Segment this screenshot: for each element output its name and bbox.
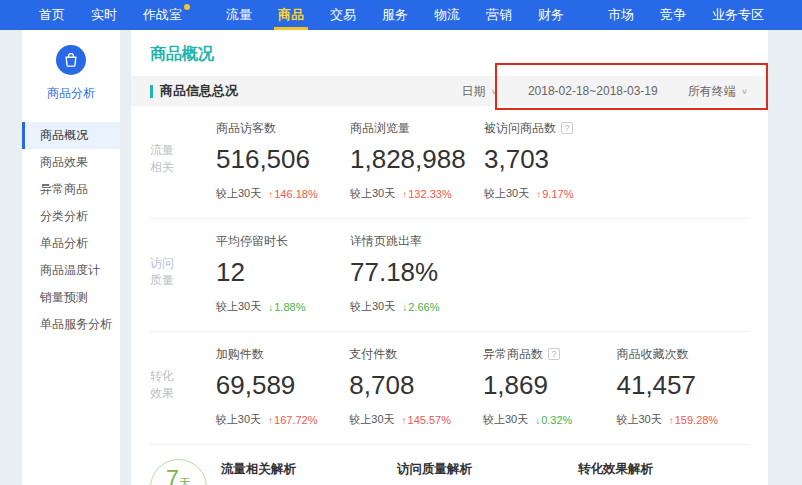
metric-value: 516,506 [216, 144, 350, 175]
page-title: 商品概况 [131, 30, 768, 76]
insight-traffic: 流量相关解析 [221, 454, 379, 485]
section-title: 商品信息总况 [160, 82, 238, 100]
filter-bar: 日期 ∨ 2018-02-18~2018-03-19 所有终端 ∨ [462, 83, 754, 100]
metric-card-pageviews: 商品浏览量 1,828,988 较上30天 ↑132.33% [350, 119, 484, 201]
metric-label: 商品浏览量 [350, 119, 484, 137]
metric-value: 8,708 [349, 370, 483, 401]
nav-item-service[interactable]: 服务 [369, 0, 421, 30]
dashboard-page: 首页 实时 作战室 流量 商品 交易 服务 物流 营销 财务 市场 竞争 业务专… [0, 0, 802, 485]
metric-delta: 较上30天 ↑159.28% [616, 412, 750, 427]
insight-conversion: 转化效果解析 加购转化率表现还不错，但支付转化率低于同行平均，赶快到异常商品并结… [578, 454, 760, 485]
chevron-down-icon: ∨ [491, 87, 498, 96]
nav-item-business-zone[interactable]: 业务专区 [699, 0, 777, 30]
terminal-dropdown[interactable]: 所有终端 ∨ [688, 83, 748, 100]
arrow-up-icon: ↑ [268, 189, 273, 200]
row-group-label: 转化效果 [150, 345, 216, 427]
nav-item-competition[interactable]: 竞争 [647, 0, 699, 30]
sidebar-item-category-analysis[interactable]: 分类分析 [22, 203, 120, 230]
metric-delta: 较上30天 ↓0.32% [483, 412, 617, 427]
metric-card-visited-items: 被访问商品数? 3,703 较上30天 ↑9.17% [484, 119, 618, 201]
metric-card-visitors: 商品访客数 516,506 较上30天 ↑146.18% [216, 119, 350, 201]
arrow-up-icon: ↑ [669, 415, 674, 426]
accent-bar [150, 85, 153, 98]
nav-item-market[interactable]: 市场 [595, 0, 647, 30]
metric-value: 1,869 [483, 370, 617, 401]
metric-value: 41,457 [616, 370, 750, 401]
date-type-dropdown[interactable]: 日期 ∨ [462, 83, 498, 100]
nav-item-logistics[interactable]: 物流 [421, 0, 473, 30]
arrow-up-icon: ↑ [536, 189, 541, 200]
metric-delta: 较上30天 ↓2.66% [350, 299, 484, 314]
metric-label: 商品收藏次数 [616, 345, 750, 363]
metric-delta: 较上30天 ↑132.33% [350, 186, 484, 201]
top-nav: 首页 实时 作战室 流量 商品 交易 服务 物流 营销 财务 市场 竞争 业务专… [0, 0, 802, 30]
metric-delta: 较上30天 ↑146.18% [216, 186, 350, 201]
metric-delta: 较上30天 ↓1.88% [216, 299, 350, 314]
sidebar: 商品分析 商品概况 商品效果 异常商品 分类分析 单品分析 商品温度计 销量预测… [22, 30, 120, 485]
nav-item-finance[interactable]: 财务 [525, 0, 577, 30]
metric-label: 异常商品数? [483, 345, 617, 363]
insight-title: 转化效果解析 [578, 454, 760, 478]
data-interpretation-badge: 7天 数据解读 [150, 459, 207, 485]
arrow-down-icon: ↓ [268, 302, 273, 313]
nav-item-trade[interactable]: 交易 [317, 0, 369, 30]
nav-item-realtime[interactable]: 实时 [78, 0, 130, 30]
metric-row-conversion: 转化效果 加购件数 69,589 较上30天 ↑167.72% 支付件数 8,7… [150, 332, 750, 445]
metric-card-bounce-rate: 详情页跳出率 77.18% 较上30天 ↓2.66% [350, 232, 484, 314]
metric-value: 12 [216, 257, 350, 288]
metric-label: 商品访客数 [216, 119, 350, 137]
chevron-down-icon: ∨ [741, 87, 748, 96]
sidebar-item-goods-effect[interactable]: 商品效果 [22, 149, 120, 176]
sidebar-group-title: 商品分析 [22, 85, 120, 102]
main-panel: 商品概况 商品信息总况 日期 ∨ 2018-02-18~2018-03-19 所… [131, 30, 768, 485]
metric-delta: 较上30天 ↑9.17% [484, 186, 618, 201]
nav-item-home[interactable]: 首页 [26, 0, 78, 30]
metric-row-visit-quality: 访问质量 平均停留时长 12 较上30天 ↓1.88% 详情页跳出率 77.18… [150, 219, 750, 332]
sidebar-menu: 商品概况 商品效果 异常商品 分类分析 单品分析 商品温度计 销量预测 单品服务… [22, 122, 120, 338]
insight-visit-quality: 访问质量解析 虽然商品详情页日均跳出率比同行平均好，但平均停留时间低于同行平均，… [397, 454, 562, 485]
nav-item-war-room[interactable]: 作战室 [130, 0, 195, 30]
metric-label: 详情页跳出率 [350, 232, 484, 250]
notification-dot [184, 4, 190, 10]
arrow-down-icon: ↓ [535, 415, 540, 426]
metric-card-abnormal-items: 异常商品数? 1,869 较上30天 ↓0.32% [483, 345, 617, 427]
insights-section: 7天 数据解读 流量相关解析 访问质量解析 虽然商品详情页日均跳出率比同行平均好… [131, 445, 768, 485]
sidebar-item-abnormal-goods[interactable]: 异常商品 [22, 176, 120, 203]
insight-title: 流量相关解析 [221, 454, 379, 478]
nav-item-data-extract[interactable]: 取数 [795, 0, 802, 30]
arrow-down-icon: ↓ [402, 302, 407, 313]
metric-label: 平均停留时长 [216, 232, 350, 250]
nav-item-marketing[interactable]: 营销 [473, 0, 525, 30]
sidebar-item-goods-thermometer[interactable]: 商品温度计 [22, 257, 120, 284]
row-group-label: 流量相关 [150, 119, 216, 201]
metric-value: 69,589 [216, 370, 350, 401]
sidebar-item-single-item-service[interactable]: 单品服务分析 [22, 311, 120, 338]
metric-card-paid-items: 支付件数 8,708 较上30天 ↑145.57% [349, 345, 483, 427]
arrow-up-icon: ↑ [402, 415, 407, 426]
sidebar-header: 商品分析 [22, 30, 120, 102]
date-range-value[interactable]: 2018-02-18~2018-03-19 [528, 84, 658, 98]
metric-card-avg-stay: 平均停留时长 12 较上30天 ↓1.88% [216, 232, 350, 314]
section-header: 商品信息总况 日期 ∨ 2018-02-18~2018-03-19 所有终端 ∨ [131, 76, 768, 106]
sidebar-item-single-item-analysis[interactable]: 单品分析 [22, 230, 120, 257]
shopping-bag-icon [56, 45, 86, 75]
sidebar-item-goods-overview[interactable]: 商品概况 [22, 122, 120, 149]
metric-label: 加购件数 [216, 345, 350, 363]
metric-card-cart-adds: 加购件数 69,589 较上30天 ↑167.72% [216, 345, 350, 427]
nav-item-goods[interactable]: 商品 [265, 0, 317, 30]
metric-card-favorites: 商品收藏次数 41,457 较上30天 ↑159.28% [616, 345, 750, 427]
help-icon[interactable]: ? [548, 348, 560, 360]
metric-value: 3,703 [484, 144, 618, 175]
metric-delta: 较上30天 ↑167.72% [216, 412, 350, 427]
nav-item-traffic[interactable]: 流量 [213, 0, 265, 30]
metric-label: 被访问商品数? [484, 119, 618, 137]
sidebar-item-sales-forecast[interactable]: 销量预测 [22, 284, 120, 311]
metric-label: 支付件数 [349, 345, 483, 363]
metric-value: 77.18% [350, 257, 484, 288]
metric-value: 1,828,988 [350, 144, 484, 175]
arrow-up-icon: ↑ [268, 415, 273, 426]
metric-row-traffic: 流量相关 商品访客数 516,506 较上30天 ↑146.18% 商品浏览量 … [150, 106, 750, 219]
arrow-up-icon: ↑ [402, 189, 407, 200]
metrics-panel: 流量相关 商品访客数 516,506 较上30天 ↑146.18% 商品浏览量 … [131, 106, 768, 445]
help-icon[interactable]: ? [561, 122, 573, 134]
